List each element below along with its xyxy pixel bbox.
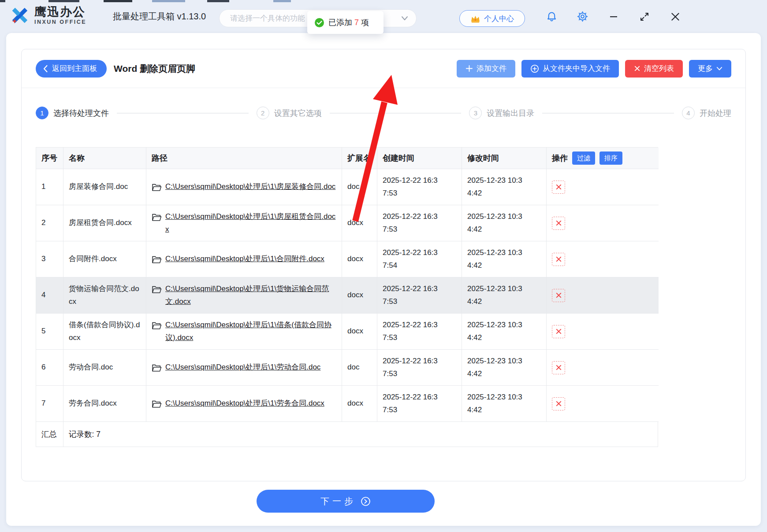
file-path-link[interactable]: C:\Users\sqmil\Desktop\处理后\1\借条(借款合同协议).… (165, 319, 336, 344)
folder-icon (152, 285, 162, 294)
modified-time: 2025-12-23 10:34:42 (462, 386, 547, 422)
header-path: 路径 (146, 148, 342, 169)
table-row[interactable]: 6 劳动合同.doc C:\Users\sqmil\Desktop\处理后\1\… (36, 350, 658, 386)
table-row[interactable]: 5 借条(借款合同协议).docx C:\Users\sqmil\Desktop… (36, 314, 658, 350)
panel-toolbar: 返回到主面板 Word 删除页眉页脚 添加文件 从文件夹中导入文件 (22, 49, 745, 88)
import-from-folder-button[interactable]: 从文件夹中导入文件 (521, 60, 619, 78)
file-ext: docx (342, 205, 377, 241)
modified-time: 2025-12-23 10:34:42 (462, 169, 547, 205)
file-name: 房屋装修合同.doc (63, 169, 146, 205)
actions-label: 操作 (552, 153, 568, 163)
actions-cell (547, 350, 659, 386)
row-index: 5 (36, 314, 63, 350)
step-start-process: 4 开始处理 (682, 107, 731, 119)
table-row[interactable]: 2 房屋租赁合同.docx C:\Users\sqmil\Desktop\处理后… (36, 205, 658, 241)
modified-time: 2025-12-23 10:34:42 (462, 350, 547, 386)
add-files-button[interactable]: 添加文件 (457, 60, 515, 78)
created-time: 2025-12-22 16:37:53 (377, 277, 462, 314)
x-icon (634, 65, 640, 72)
folder-icon (152, 213, 162, 222)
app-name: 鹰迅办公 (34, 6, 86, 18)
back-label: 返回到主面板 (52, 63, 97, 74)
file-ext: doc (342, 350, 377, 386)
header-name: 名称 (63, 148, 146, 169)
created-time: 2025-12-22 16:37:53 (377, 350, 462, 386)
app-subtitle: 批量处理工具箱 v1.13.0 (113, 0, 206, 33)
user-center-label: 个人中心 (484, 14, 514, 24)
step-connector (330, 113, 462, 114)
clear-list-button[interactable]: 清空列表 (625, 60, 683, 78)
row-index: 4 (36, 277, 63, 314)
delete-row-button[interactable] (552, 361, 565, 374)
file-path-link[interactable]: C:\Users\sqmil\Desktop\处理后\1\房屋租赁合同.docx (165, 211, 336, 235)
file-path-link[interactable]: C:\Users\sqmil\Desktop\处理后\1\房屋装修合同.doc (165, 181, 335, 193)
delete-row-button[interactable] (552, 253, 565, 266)
settings-button[interactable] (575, 0, 590, 33)
file-path-link[interactable]: C:\Users\sqmil\Desktop\处理后\1\合同附件.docx (165, 253, 324, 265)
filter-button[interactable]: 过滤 (572, 151, 595, 165)
delete-row-button[interactable] (552, 217, 565, 230)
step-number: 4 (682, 107, 695, 119)
delete-row-button[interactable] (552, 289, 565, 302)
notifications-button[interactable] (544, 0, 559, 33)
step-indicator: 1 选择待处理文件 2 设置其它选项 3 设置输出目录 4 开始处理 (36, 107, 731, 119)
folder-icon (152, 363, 162, 373)
user-center-button[interactable]: 个人中心 (459, 10, 525, 27)
delete-row-button[interactable] (552, 181, 565, 194)
close-button[interactable] (668, 0, 683, 33)
modified-time: 2025-12-23 10:34:42 (462, 205, 547, 241)
actions-cell (547, 386, 659, 422)
step-number: 2 (257, 107, 269, 119)
summary-value: 记录数: 7 (63, 422, 658, 447)
toast-text: 已添加7项 (328, 17, 369, 28)
file-path-cell: C:\Users\sqmil\Desktop\处理后\1\合同附件.docx (146, 241, 342, 277)
minimize-icon (608, 11, 619, 22)
step-label: 开始处理 (700, 108, 731, 118)
file-ext: docx (342, 386, 377, 422)
maximize-icon (639, 11, 650, 22)
file-path-cell: C:\Users\sqmil\Desktop\处理后\1\房屋租赁合同.docx (146, 205, 342, 241)
back-to-dashboard-button[interactable]: 返回到主面板 (36, 60, 107, 78)
file-path-cell: C:\Users\sqmil\Desktop\处理后\1\劳动合同.doc (146, 350, 342, 386)
sort-button[interactable]: 排序 (599, 151, 622, 165)
file-path-link[interactable]: C:\Users\sqmil\Desktop\处理后\1\货物运输合同范文.do… (165, 283, 336, 307)
toast-count: 7 (354, 18, 359, 27)
table-row[interactable]: 3 合同附件.docx C:\Users\sqmil\Desktop\处理后\1… (36, 241, 658, 277)
header-created: 创建时间 (377, 148, 462, 169)
topbar: 鹰迅办公 INXUN OFFICE 批量处理工具箱 v1.13.0 请选择一个具… (0, 0, 767, 33)
delete-row-button[interactable] (552, 325, 565, 338)
actions-cell (547, 277, 659, 314)
more-button[interactable]: 更多 (689, 60, 731, 78)
created-time: 2025-12-22 16:37:53 (377, 386, 462, 422)
minimize-button[interactable] (606, 0, 621, 33)
delete-row-button[interactable] (552, 397, 565, 410)
step-other-options: 2 设置其它选项 (257, 107, 322, 119)
check-circle-icon (314, 18, 324, 28)
summary-row: 汇总 记录数: 7 (36, 422, 658, 447)
modified-time: 2025-12-23 10:34:42 (462, 241, 547, 277)
folder-icon (152, 399, 162, 409)
circle-arrow-right-icon (361, 496, 371, 506)
step-number: 1 (36, 107, 48, 119)
maximize-button[interactable] (637, 0, 652, 33)
table-row[interactable]: 4 货物运输合同范文.docx C:\Users\sqmil\Desktop\处… (36, 277, 658, 314)
file-name: 货物运输合同范文.docx (63, 277, 146, 314)
step-select-files: 1 选择待处理文件 (36, 107, 109, 119)
chevron-down-icon (401, 16, 408, 21)
file-ext: docx (342, 241, 377, 277)
file-path-link[interactable]: C:\Users\sqmil\Desktop\处理后\1\劳务合同.docx (165, 397, 324, 410)
file-name: 劳务合同.docx (63, 386, 146, 422)
folder-icon (152, 255, 162, 264)
import-folder-label: 从文件夹中导入文件 (543, 63, 610, 74)
app-name-en: INXUN OFFICE (34, 19, 86, 25)
folder-icon (152, 183, 162, 192)
header-index: 序号 (36, 148, 63, 169)
content-panel: 返回到主面板 Word 删除页眉页脚 添加文件 从文件夹中导入文件 (21, 49, 746, 481)
next-step-button[interactable]: 下一步 (257, 490, 435, 513)
step-label: 设置输出目录 (487, 108, 534, 118)
file-path-link[interactable]: C:\Users\sqmil\Desktop\处理后\1\劳动合同.doc (165, 361, 320, 373)
table-row[interactable]: 1 房屋装修合同.doc C:\Users\sqmil\Desktop\处理后\… (36, 169, 658, 205)
table-row[interactable]: 7 劳务合同.docx C:\Users\sqmil\Desktop\处理后\1… (36, 386, 658, 422)
chevron-down-icon (716, 66, 722, 71)
row-index: 1 (36, 169, 63, 205)
